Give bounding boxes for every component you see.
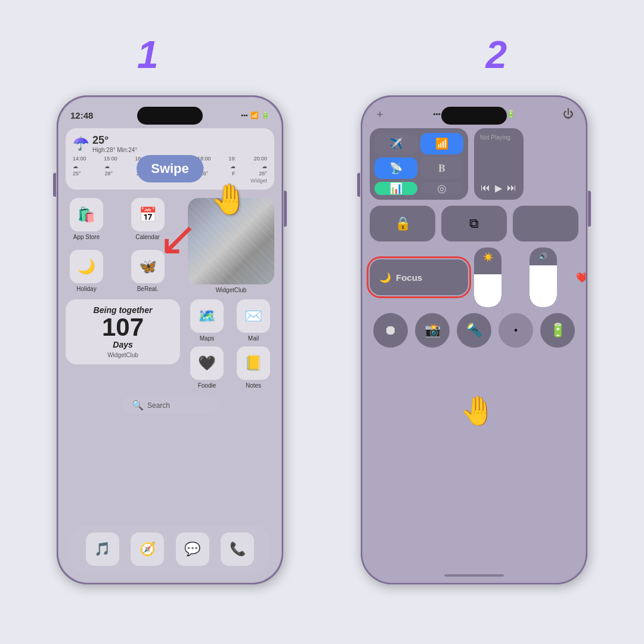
focus-label: Focus <box>396 273 422 283</box>
search-label: Search <box>147 401 170 410</box>
maps-icon: 🗺️ <box>190 299 224 333</box>
volume-area: 🔊 ❤️ <box>530 247 579 307</box>
app-icon-holiday[interactable]: 🌙 Holiday <box>66 250 107 292</box>
cc-circle-flashlight[interactable]: 🔦 <box>457 313 491 348</box>
weather-icon: ☂️ <box>73 136 89 151</box>
not-playing-label: Not Playing <box>480 134 518 141</box>
weather-temp: 25° <box>92 134 137 147</box>
phone2-screen: ＋ ▪▪▪ povo 📶 ⏰ 62% 🔋 ⏻ <box>363 97 586 583</box>
brightness-icon: ☀️ <box>483 252 493 262</box>
notes-label: Notes <box>246 382 261 389</box>
not-playing-tile: Not Playing ⏮ ▶ ⏭ <box>474 128 524 200</box>
brightness-fill <box>474 274 501 307</box>
together-sub: Days <box>74 340 172 349</box>
status-icons: ▪▪▪ 📶 🔋 <box>241 112 270 119</box>
cc-connectivity-area: ✈️ 📶 📡 𝐁 📊 ◎ Not Playing ⏮ <box>366 128 582 200</box>
np-controls: ⏮ ▶ ⏭ <box>480 182 518 194</box>
hand-cursor-2: 🤚 <box>460 394 496 428</box>
cc-middle-row: 🔒 ⧉ <box>366 206 582 242</box>
volume-fill <box>530 265 557 307</box>
holiday-label: Holiday <box>76 286 96 292</box>
cc-main-grid: ✈️ 📶 📡 𝐁 📊 ◎ Not Playing ⏮ <box>363 128 586 348</box>
mail-icon: ✉️ <box>237 299 270 333</box>
cc-circle-battery[interactable]: 🔋 <box>540 313 575 348</box>
airplane-toggle[interactable]: ✈️ <box>374 133 417 154</box>
calendar-label: Calendar <box>135 234 160 240</box>
play-button[interactable]: ▶ <box>495 182 502 194</box>
prev-button[interactable]: ⏮ <box>481 182 490 194</box>
step2-number: 2 <box>485 33 507 77</box>
brightness-slider[interactable]: ☀️ <box>474 247 501 307</box>
appstore-label: App Store <box>73 234 100 240</box>
next-button[interactable]: ⏭ <box>507 182 516 194</box>
search-icon: 🔍 <box>132 400 144 411</box>
screen-mirror-tile[interactable]: ⧉ <box>441 206 507 242</box>
cc-circle-dot: • <box>499 313 533 348</box>
bereal-label: BeReal. <box>137 286 159 292</box>
together-days: 107 <box>74 315 172 340</box>
clock: 12:48 <box>70 110 93 120</box>
volume-slider[interactable]: 🔊 <box>530 247 557 307</box>
dock-messages[interactable]: 💬 <box>176 532 209 566</box>
hand-cursor-1: 🤚 <box>210 182 247 216</box>
weather-detail: High:28° Min:24° <box>92 147 137 153</box>
step1-number: 1 <box>137 33 159 77</box>
red-arrow: ↙ <box>158 215 198 262</box>
signal-icon: ▪▪▪ <box>241 112 248 119</box>
hotspot-toggle[interactable]: 📶 <box>420 133 463 154</box>
screen-mirror-icon: ⧉ <box>469 216 479 231</box>
heart-icon: ❤️ <box>576 272 586 283</box>
empty-tile-1 <box>513 206 578 242</box>
airdrop-toggle[interactable]: ◎ <box>420 182 463 195</box>
mail-label: Mail <box>248 335 259 342</box>
wifi-toggle[interactable]: 📡 <box>374 157 417 179</box>
dock-phone[interactable]: 📞 <box>221 532 254 566</box>
cc-power[interactable]: ⏻ <box>563 108 574 120</box>
cc-circle-record[interactable]: ⏺ <box>373 313 408 348</box>
cc-bottom-circles: ⏺ 📸 🔦 • 🔋 <box>366 313 582 348</box>
holiday-icon: 🌙 <box>70 250 103 283</box>
app-icon-foodie[interactable]: 🖤 Foodie <box>186 346 228 389</box>
home-indicator-2 <box>444 574 504 577</box>
wifi-icon: 📶 <box>250 112 259 119</box>
together-row: Being together 107 Days WidgetClub 🗺️ Ma… <box>66 299 274 389</box>
main-container: 1 2 Swipe 🤚 ↙ 12:48 ▪▪▪ 📶 🔋 <box>0 0 644 644</box>
cc-sliders-focus-row: 🌙 Focus ☀️ 🔊 <box>366 247 582 307</box>
app-icon-mail[interactable]: ✉️ Mail <box>233 299 274 342</box>
swipe-badge: Swipe <box>137 155 203 182</box>
battery-icon-cc: 🔋 <box>506 110 515 118</box>
volume-icon: 🔊 <box>538 252 547 261</box>
signal-bars: ▪▪▪ <box>433 110 441 118</box>
together-widget: Being together 107 Days WidgetClub <box>66 299 180 364</box>
svg-text:🛍️: 🛍️ <box>78 206 95 223</box>
foodie-label: Foodie <box>198 382 216 389</box>
dock: 🎵 🧭 💬 📞 <box>70 525 270 573</box>
app-icon-maps[interactable]: 🗺️ Maps <box>186 299 228 342</box>
app-icon-notes[interactable]: 📒 Notes <box>233 346 274 389</box>
rotation-lock-icon: 🔒 <box>395 216 411 231</box>
focus-button[interactable]: 🌙 Focus <box>370 259 468 295</box>
battery-icon: 🔋 <box>261 112 270 119</box>
phone1-wrapper: Swipe 🤚 ↙ 12:48 ▪▪▪ 📶 🔋 <box>57 95 283 584</box>
add-icon: ＋ <box>374 108 385 120</box>
foodie-icon: 🖤 <box>190 346 224 380</box>
cc-circle-camera[interactable]: 📸 <box>415 313 450 348</box>
dock-safari[interactable]: 🧭 <box>131 532 164 566</box>
power-icon: ⏻ <box>563 108 574 120</box>
rotation-lock-tile[interactable]: 🔒 <box>370 206 435 242</box>
appstore-icon: 🛍️ <box>70 198 103 231</box>
dock-area: 🎵 🧭 💬 📞 <box>58 525 281 573</box>
cellular-toggle[interactable]: 📊 <box>374 182 417 195</box>
together-label: WidgetClub <box>74 352 172 358</box>
search-bar[interactable]: 🔍 Search <box>122 396 218 414</box>
phone2: ＋ ▪▪▪ povo 📶 ⏰ 62% 🔋 ⏻ <box>361 95 587 584</box>
dynamic-island-1 <box>137 107 203 125</box>
small-app-grid: 🗺️ Maps ✉️ Mail 🖤 Foodie <box>186 299 274 389</box>
bluetooth-toggle[interactable]: 𝐁 <box>420 157 463 179</box>
focus-moon-icon: 🌙 <box>379 272 391 283</box>
connectivity-block: ✈️ 📶 📡 𝐁 📊 ◎ <box>370 128 468 200</box>
cc-top-left[interactable]: ＋ <box>374 107 385 121</box>
notes-icon: 📒 <box>237 346 270 380</box>
phone2-wrapper: ＋ ▪▪▪ povo 📶 ⏰ 62% 🔋 ⏻ <box>361 95 587 584</box>
dock-music[interactable]: 🎵 <box>86 532 119 566</box>
